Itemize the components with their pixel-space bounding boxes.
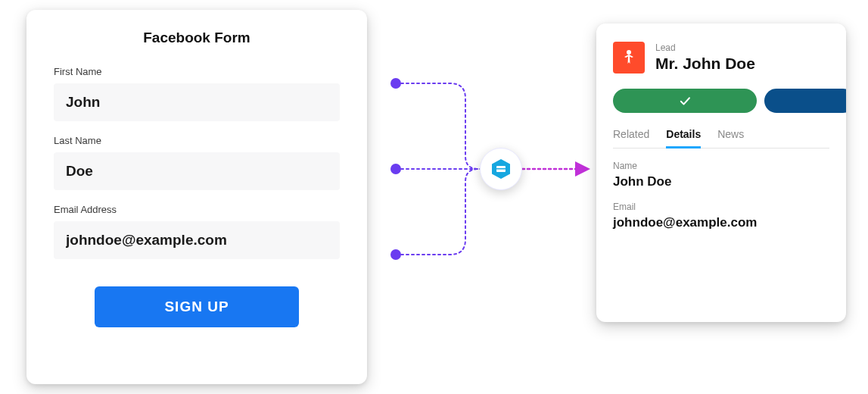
lead-person-icon: [613, 42, 645, 73]
detail-email-label: Email: [613, 202, 829, 212]
svg-point-6: [627, 50, 631, 55]
tab-details[interactable]: Details: [666, 128, 701, 149]
detail-name-value: John Doe: [613, 174, 829, 189]
lead-header: Lead Mr. John Doe: [613, 42, 829, 73]
svg-point-1: [390, 164, 401, 174]
hub-icon: [490, 158, 512, 180]
detail-name-label: Name: [613, 161, 829, 171]
lead-full-name: Mr. John Doe: [655, 55, 755, 73]
status-pill-next[interactable]: [764, 89, 846, 113]
detail-email-block: Email johndoe@example.com: [613, 202, 829, 230]
email-input[interactable]: [54, 221, 340, 259]
svg-point-2: [390, 249, 401, 260]
signup-button[interactable]: SIGN UP: [95, 286, 299, 327]
check-icon: [678, 94, 692, 108]
lead-type-label: Lead: [655, 42, 755, 53]
integration-hub: [480, 148, 522, 190]
form-title: Facebook Form: [54, 30, 340, 46]
tab-news[interactable]: News: [717, 128, 744, 148]
detail-email-value: johndoe@example.com: [613, 215, 829, 230]
tab-related[interactable]: Related: [613, 128, 649, 148]
last-name-label: Last Name: [54, 135, 340, 146]
status-pill-complete[interactable]: [613, 89, 757, 113]
email-label: Email Address: [54, 204, 340, 215]
first-name-input[interactable]: [54, 83, 340, 121]
svg-rect-5: [496, 168, 506, 170]
status-pills: [613, 89, 846, 113]
facebook-form-card: Facebook Form First Name Last Name Email…: [26, 10, 367, 384]
lead-tabs: Related Details News: [613, 128, 829, 149]
first-name-label: First Name: [54, 66, 340, 77]
detail-name-block: Name John Doe: [613, 161, 829, 189]
svg-point-0: [390, 78, 401, 89]
last-name-input[interactable]: [54, 152, 340, 190]
lead-card: Lead Mr. John Doe Related Details News N…: [596, 23, 846, 322]
